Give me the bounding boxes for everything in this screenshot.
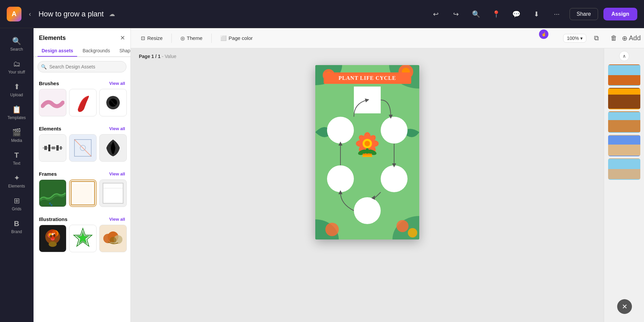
toolbar: ⊡ Resize ◎ Theme ⬜ Page color 100% ▾ ⧉ 🗑…	[131, 28, 644, 48]
toolbar-divider-2	[211, 34, 212, 43]
svg-point-27	[54, 233, 55, 234]
sidebar-item-upload-label: Upload	[10, 93, 23, 97]
sidebar-item-your-stuff[interactable]: 🗂 Your stuff	[2, 56, 32, 78]
sidebar-item-brand[interactable]: B Brand	[2, 216, 32, 237]
svg-point-28	[50, 235, 52, 237]
theme-button[interactable]: ◎ Theme	[176, 33, 207, 43]
right-thumb-2[interactable]	[608, 88, 640, 109]
comment-button[interactable]: 💬	[509, 7, 524, 21]
resize-label: Resize	[147, 35, 163, 41]
frames-grid: 🐾	[34, 179, 130, 212]
sidebar-item-text-label: Text	[13, 161, 20, 166]
svg-point-47	[396, 220, 409, 232]
cycle-circle-3	[381, 117, 408, 144]
media-icon: 🎬	[12, 128, 21, 137]
zoom-level: 100%	[567, 36, 579, 41]
back-button[interactable]: ‹	[27, 8, 33, 20]
templates-icon: 📋	[12, 105, 21, 114]
duplicate-page-button[interactable]: ⧉	[589, 31, 604, 46]
logo-text: A	[12, 10, 16, 18]
brush-item-2[interactable]	[69, 89, 97, 116]
zoom-control[interactable]: 100% ▾	[563, 34, 586, 43]
toolbar-divider-1	[171, 34, 172, 43]
illustrations-view-all[interactable]: View all	[109, 217, 125, 222]
brush-item-1[interactable]	[39, 89, 66, 116]
cycle-circle-1	[354, 87, 381, 113]
frame-item-1[interactable]: 🐾	[39, 179, 66, 207]
frames-view-all[interactable]: View all	[109, 171, 125, 176]
sidebar-item-elements[interactable]: ✦ Elements	[2, 170, 32, 192]
illustrations-section-header: Illustrations View all	[34, 212, 130, 225]
svg-point-26	[52, 233, 54, 235]
your-stuff-icon: 🗂	[13, 60, 20, 68]
cloud-icon: ☁	[109, 10, 115, 18]
svg-rect-15	[73, 183, 93, 203]
sidebar-item-media[interactable]: 🎬 Media	[2, 125, 32, 146]
canvas-background: Plant Life Cycle	[315, 65, 419, 239]
app-logo: A	[7, 7, 21, 21]
brand-icon: B	[14, 219, 19, 228]
tab-shapes[interactable]: Shapes	[115, 45, 131, 57]
panel-title: Elements	[39, 35, 66, 42]
sidebar-item-grids[interactable]: ⊞ Grids	[2, 193, 32, 215]
illustration-item-2[interactable]	[69, 225, 97, 252]
frame-item-3[interactable]	[99, 179, 127, 207]
resize-button[interactable]: ⊡ Resize	[136, 33, 167, 43]
panel-header: Elements ✕	[34, 28, 130, 45]
tab-backgrounds[interactable]: Backgrounds	[78, 45, 114, 57]
upload-icon: ⬆	[14, 83, 20, 91]
sidebar-item-grids-label: Grids	[12, 207, 21, 211]
search-button[interactable]: 🔍	[469, 7, 484, 21]
illustration-item-1[interactable]	[39, 225, 66, 252]
element-item-3[interactable]	[99, 134, 127, 162]
sidebar-item-search[interactable]: 🔍 Search	[2, 34, 32, 55]
more-button[interactable]: ···	[549, 7, 564, 21]
cursor-indicator: ☝	[539, 30, 548, 39]
cursor-hand-icon: ☝	[541, 32, 546, 37]
redo-button[interactable]: ↪	[449, 7, 464, 21]
right-thumb-4[interactable]	[608, 135, 640, 156]
page-color-label: Page color	[229, 35, 253, 41]
search-icon: 🔍	[12, 37, 21, 46]
share-button[interactable]: Share	[570, 8, 598, 20]
panel-tabs: Design assets Backgrounds Shapes ›	[34, 45, 130, 57]
search-input[interactable]	[38, 61, 126, 72]
right-panel-collapse-button[interactable]: ∧	[619, 51, 629, 61]
svg-rect-16	[103, 183, 123, 203]
frame-item-2[interactable]	[69, 179, 97, 207]
sidebar-item-media-label: Media	[11, 138, 22, 143]
sidebar-item-upload[interactable]: ⬆ Upload	[2, 79, 32, 101]
page-color-button[interactable]: ⬜ Page color	[216, 33, 258, 43]
canvas-area: Page 1 / 1 - Value	[131, 48, 604, 322]
close-circle-button[interactable]: ✕	[617, 299, 632, 314]
undo-button[interactable]: ↩	[429, 7, 443, 21]
element-item-2[interactable]	[69, 134, 97, 162]
svg-point-11	[109, 144, 112, 147]
sidebar-item-your-stuff-label: Your stuff	[8, 70, 25, 74]
illustration-item-3[interactable]	[99, 225, 127, 252]
add-page-button[interactable]: ⊕ Add	[624, 31, 639, 46]
brushes-section-header: Brushes View all	[34, 76, 130, 89]
download-button[interactable]: ⬇	[529, 7, 544, 21]
assign-button[interactable]: Assign	[603, 8, 637, 20]
icon-sidebar: 🔍 Search 🗂 Your stuff ⬆ Upload 📋 Templat…	[0, 28, 34, 322]
page-color-icon: ⬜	[220, 35, 227, 41]
tab-design-assets[interactable]: Design assets	[38, 45, 77, 57]
zoom-chevron-icon: ▾	[580, 36, 583, 41]
elements-view-all[interactable]: View all	[109, 126, 125, 131]
panel-close-button[interactable]: ✕	[120, 34, 125, 42]
right-thumb-5[interactable]	[608, 158, 640, 180]
right-thumb-1[interactable]	[608, 64, 640, 86]
location-button[interactable]: 📍	[489, 7, 504, 21]
plant-title: Plant Life Cycle	[324, 72, 411, 84]
canvas-document[interactable]: Plant Life Cycle	[315, 65, 419, 239]
delete-page-button[interactable]: 🗑	[606, 31, 621, 46]
right-thumb-3[interactable]	[608, 111, 640, 133]
sidebar-item-text[interactable]: T Text	[2, 148, 32, 169]
brush-item-3[interactable]	[99, 89, 127, 116]
brushes-view-all[interactable]: View all	[109, 81, 125, 86]
sidebar-item-search-label: Search	[10, 47, 23, 52]
element-item-1[interactable]	[39, 134, 66, 162]
sidebar-item-templates[interactable]: 📋 Templates	[2, 102, 32, 123]
cycle-circle-5	[381, 165, 408, 192]
